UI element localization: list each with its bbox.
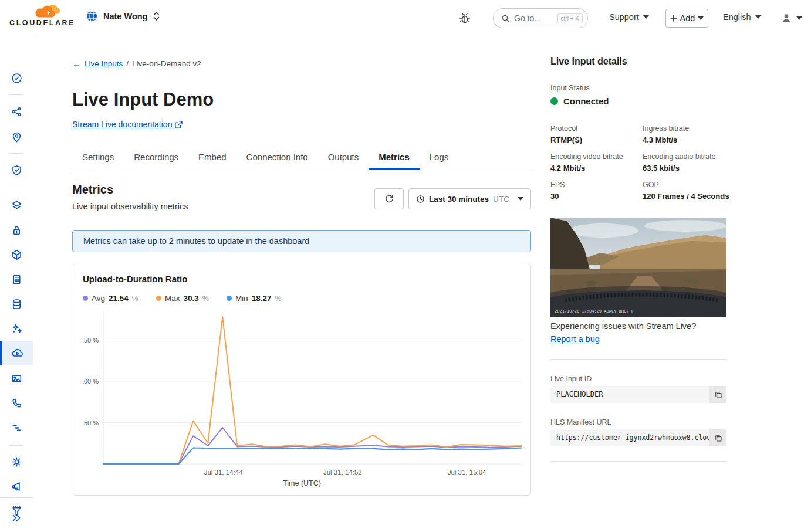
sidebar-item-ssl[interactable] [0, 218, 33, 242]
sidebar-item-storage[interactable] [0, 267, 33, 292]
svg-text:100 %: 100 % [83, 378, 99, 385]
hls-manifest-url-field: https://customer-igynxd2rwhmuoxw8.cloudf [550, 429, 726, 446]
time-clock-icon [11, 72, 23, 84]
breadcrumb-current: Live-on-Demand v2 [132, 59, 201, 68]
sidebar-item-database[interactable] [0, 292, 33, 316]
hls-manifest-url-label: HLS Manifest URL [550, 418, 611, 426]
sidebar-item-speed[interactable] [0, 193, 33, 218]
support-menu[interactable]: Support [609, 12, 649, 22]
dashcam-preview-image: 2021/10/20 17:04:29 AUKEY DR02 F [550, 218, 726, 317]
stream-docs-link[interactable]: Stream Live documentation [72, 120, 183, 129]
add-button[interactable]: Add [665, 9, 708, 28]
language-menu[interactable]: English [723, 12, 761, 22]
sidebar-item-images[interactable] [0, 366, 33, 391]
database-icon [11, 298, 23, 310]
detail-field-value: 30 [550, 192, 638, 201]
status-value: Connected [563, 96, 609, 106]
detail-field-fps: FPS30 [550, 181, 638, 201]
legend-item-min[interactable]: Min18.27% [227, 294, 282, 303]
clock-icon [416, 195, 425, 204]
sidebar-item-calls[interactable] [0, 391, 33, 415]
live-preview-video[interactable]: 2021/10/20 17:04:29 AUKEY DR02 F [550, 218, 726, 317]
detail-field-encoding-audio-bitrate: Encoding audio bitrate63.5 kbit/s [643, 153, 731, 172]
sidebar-item-traffic[interactable] [0, 99, 33, 124]
input-status: Connected [550, 96, 609, 106]
tab-settings[interactable]: Settings [72, 145, 124, 170]
sidebar-item-location[interactable] [0, 124, 33, 149]
collapse-chevrons-icon [10, 511, 23, 524]
tab-logs[interactable]: Logs [420, 145, 459, 170]
stream-cloud-play-icon [11, 347, 24, 360]
legend-item-avg[interactable]: Avg21.54% [83, 294, 138, 303]
legend-item-max[interactable]: Max30.3% [156, 294, 209, 303]
detail-field-label: Protocol [550, 124, 638, 133]
time-range-label: Last 30 minutes [429, 195, 489, 204]
time-range-timezone: UTC [493, 195, 509, 204]
svg-text:Jul 31, 14:44: Jul 31, 14:44 [204, 469, 243, 476]
copy-icon [714, 434, 722, 442]
global-search[interactable]: Go to... ctrl + K [493, 8, 588, 28]
breadcrumb-live-inputs-link[interactable]: Live Inputs [85, 59, 123, 68]
security-shield-icon [11, 164, 23, 177]
hls-manifest-url-value[interactable]: https://customer-igynxd2rwhmuoxw8.cloudf [550, 429, 709, 446]
chevron-down-icon [518, 197, 523, 201]
refresh-button[interactable] [374, 188, 404, 209]
sidebar-item-notifications[interactable] [0, 474, 33, 499]
detail-field-label: Encoding audio bitrate [643, 153, 731, 161]
sidebar-item-time-clock[interactable] [0, 66, 33, 90]
plus-icon [670, 15, 677, 22]
svg-text:Jul 31, 14:52: Jul 31, 14:52 [323, 469, 362, 476]
report-bug-link[interactable]: Report a bug [550, 334, 600, 344]
tab-connection-info[interactable]: Connection Info [236, 145, 318, 170]
copy-hls-url-button[interactable] [709, 429, 726, 446]
phone-icon [11, 397, 23, 409]
sidebar-item-settings[interactable] [0, 449, 33, 474]
legend-series-name: Min [235, 294, 248, 303]
page-title: Live Input Demo [72, 89, 214, 110]
chart-xaxis-label: Time (UTC) [73, 479, 530, 487]
sidebar-item-ai[interactable] [0, 316, 33, 341]
detail-field-label: GOP [643, 181, 731, 189]
report-bug-icon[interactable] [457, 10, 473, 26]
status-connected-dot [550, 97, 558, 105]
detail-field-label: Ingress bitrate [643, 124, 731, 133]
copy-live-input-id-button[interactable] [709, 386, 726, 403]
cloudflare-logo[interactable]: CLOUDFLARE [9, 4, 74, 27]
ssl-lock-icon [11, 224, 23, 236]
chevron-down-icon [643, 15, 649, 19]
chart-title[interactable]: Upload-to-Duration Ratio [83, 274, 187, 286]
storage-server-icon [11, 273, 23, 286]
panel-title: Live Input details [550, 56, 627, 67]
cloudflare-wordmark: CLOUDFLARE [9, 19, 74, 27]
app-sidebar [0, 36, 33, 532]
tab-recordings[interactable]: Recordings [124, 145, 188, 170]
sidebar-item-security[interactable] [0, 158, 33, 182]
cloudflare-cloud-icon [31, 4, 60, 18]
legend-series-unit: % [202, 294, 209, 303]
live-input-id-value[interactable]: PLACEHOLDER [550, 386, 709, 403]
detail-field-value: RTMP(S) [550, 135, 638, 144]
user-menu[interactable] [780, 12, 802, 24]
account-switcher[interactable]: Nate Wong [86, 10, 160, 22]
tab-outputs[interactable]: Outputs [318, 145, 369, 170]
svg-text:Jul 31, 15:04: Jul 31, 15:04 [448, 469, 486, 476]
user-icon [780, 12, 792, 24]
chart-card: Upload-to-Duration Ratio Avg21.54%Max30.… [73, 263, 531, 496]
sidebar-collapse-button[interactable] [0, 506, 33, 530]
legend-series-value: 18.27 [252, 294, 272, 303]
sidebar-item-zaraz[interactable] [0, 415, 33, 440]
legend-dot [156, 296, 161, 301]
account-name: Nate Wong [103, 12, 147, 21]
chart-legend: Avg21.54%Max30.3%Min18.27% [83, 294, 282, 303]
account-selector-icon [153, 11, 160, 21]
search-shortcut-badge: ctrl + K [557, 13, 583, 23]
sidebar-item-stream[interactable] [0, 341, 33, 365]
time-range-dropdown[interactable]: Last 30 minutes UTC [408, 188, 531, 209]
refresh-icon [384, 194, 394, 204]
sidebar-item-workers[interactable] [0, 242, 33, 267]
chevron-down-icon [755, 15, 761, 19]
metrics-section-title: Metrics [72, 183, 113, 196]
tab-metrics[interactable]: Metrics [369, 145, 420, 170]
tab-embed[interactable]: Embed [188, 145, 236, 170]
chevron-down-icon [796, 16, 802, 20]
